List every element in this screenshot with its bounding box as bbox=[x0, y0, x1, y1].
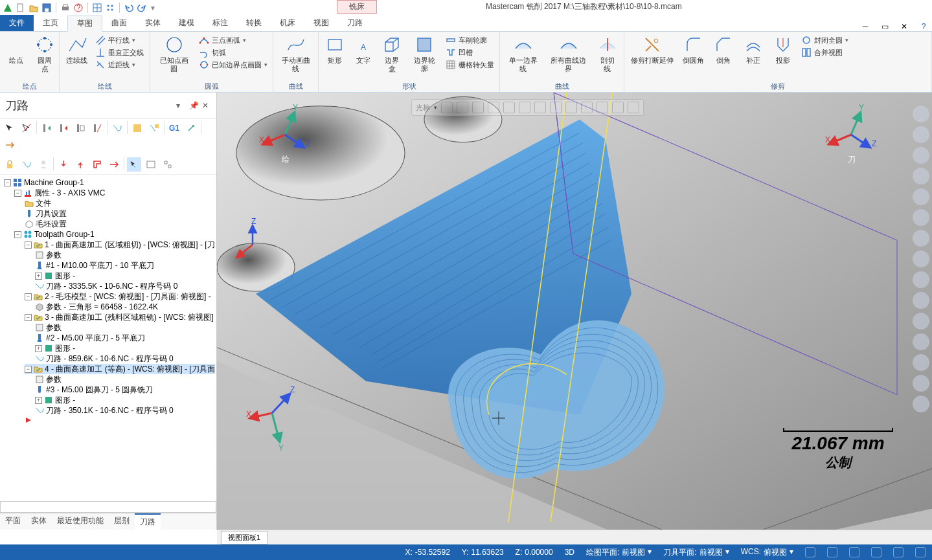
tree-op4-tool[interactable]: #3 - M5.00 圆鼻刀 - 5 圆鼻铣刀 bbox=[46, 385, 153, 395]
tree-op3-path[interactable]: 刀路 - 859.6K - 10-6.NC - 程序号码 0 bbox=[46, 353, 174, 364]
operations-tree[interactable]: −Machine Group-1 −属性 - 3 - AXIS VMC 文件 刀… bbox=[0, 175, 216, 501]
tree-toolpath-group[interactable]: Toolpath Group-1 bbox=[34, 229, 95, 240]
parallel-line-button[interactable]: 平行线▾ bbox=[93, 34, 146, 46]
vp-tb-icon[interactable] bbox=[597, 102, 608, 113]
text-button[interactable]: A文字 bbox=[350, 33, 377, 66]
vp-tb-icon[interactable] bbox=[503, 102, 515, 113]
tree-op-1[interactable]: 1 - 曲面高速加工 (区域粗切) - [WCS: 俯视图] - [刀 bbox=[45, 240, 215, 250]
tree-properties[interactable]: 属性 - 3 - AXIS VMC bbox=[34, 188, 105, 198]
vp-r-icon[interactable] bbox=[913, 168, 929, 185]
vp-r-icon[interactable] bbox=[913, 106, 929, 122]
vp-r-icon[interactable] bbox=[913, 230, 929, 247]
tb-g1-icon[interactable]: G1 bbox=[167, 121, 181, 135]
tree-op3-params[interactable]: 参数 bbox=[46, 322, 62, 333]
tb-ico-1[interactable] bbox=[40, 121, 54, 135]
tree-expander[interactable]: + bbox=[35, 273, 42, 280]
deselect-icon[interactable] bbox=[19, 121, 34, 135]
tree-tool-settings[interactable]: 刀具设置 bbox=[36, 208, 67, 219]
circle-center-button[interactable]: 已知点画圆 bbox=[153, 33, 195, 74]
tab-view[interactable]: 视图 bbox=[304, 15, 338, 31]
tb-ico-2[interactable] bbox=[56, 121, 71, 135]
window-close[interactable]: ✕ bbox=[898, 21, 910, 32]
tab-model[interactable]: 建模 bbox=[170, 15, 203, 31]
context-tab-mill[interactable]: 铣床 bbox=[337, 0, 377, 14]
merge-view-button[interactable]: 合并视图 bbox=[799, 47, 851, 58]
tree-op1-geom[interactable]: 图形 - bbox=[55, 271, 75, 281]
status-icon[interactable] bbox=[893, 547, 904, 557]
circle-point-button[interactable]: 圆周点 bbox=[31, 33, 58, 74]
tree-expander[interactable]: − bbox=[25, 241, 32, 249]
vp-r-icon[interactable] bbox=[913, 292, 929, 309]
vp-tb-icon[interactable] bbox=[519, 102, 530, 113]
file-tab[interactable]: 文件 bbox=[0, 15, 34, 31]
select-icon[interactable] bbox=[3, 121, 17, 135]
undo-icon[interactable] bbox=[124, 3, 134, 13]
vp-r-icon[interactable] bbox=[913, 209, 929, 226]
vp-r-icon[interactable] bbox=[913, 251, 929, 267]
tb-ico-5[interactable] bbox=[110, 121, 124, 135]
rectangle-button[interactable]: 矩形 bbox=[321, 33, 348, 66]
close-arc-button[interactable]: 封闭全圆▾ bbox=[799, 34, 851, 46]
ptab-toolpath[interactable]: 刀路 bbox=[135, 513, 161, 530]
tab-surface[interactable]: 曲面 bbox=[102, 15, 136, 31]
tb-ico-7[interactable] bbox=[147, 121, 161, 135]
tb-ico-9[interactable] bbox=[3, 138, 17, 152]
viewport-toolbar[interactable]: 光标▾ bbox=[411, 99, 644, 116]
tree-expander[interactable]: + bbox=[35, 345, 42, 352]
spline-button[interactable]: 手动画曲线 bbox=[276, 33, 315, 74]
tree-expander[interactable]: − bbox=[25, 293, 32, 300]
panel-input[interactable] bbox=[0, 501, 216, 513]
status-icon[interactable] bbox=[805, 547, 815, 557]
tangent-arc-button[interactable]: 切弧 bbox=[196, 47, 270, 58]
offset-button[interactable]: 补正 bbox=[739, 33, 767, 66]
new-icon[interactable] bbox=[16, 3, 26, 13]
ptab-solid[interactable]: 实体 bbox=[26, 513, 52, 530]
tb-ico-11[interactable] bbox=[36, 157, 51, 172]
status-icon[interactable] bbox=[827, 547, 837, 557]
status-tool-plane[interactable]: 刀具平面: 前视图 ▾ bbox=[663, 547, 729, 558]
help-icon[interactable]: ? bbox=[73, 3, 84, 13]
tb-ico-3[interactable] bbox=[73, 121, 87, 135]
tree-op4-params[interactable]: 参数 bbox=[46, 374, 62, 385]
grid-icon[interactable] bbox=[105, 3, 115, 13]
tab-transform[interactable]: 转换 bbox=[237, 15, 271, 31]
tree-op-3[interactable]: 3 - 曲面高速加工 (残料区域粗铣) - [WCS: 俯视图] bbox=[45, 312, 214, 322]
groove-button[interactable]: 凹槽 bbox=[443, 47, 497, 58]
vp-tb-icon[interactable] bbox=[488, 102, 499, 113]
all-edges-button[interactable]: 所有曲线边界 bbox=[545, 33, 592, 74]
tb-ico-12[interactable] bbox=[56, 157, 71, 172]
tree-expander[interactable]: + bbox=[35, 397, 42, 404]
vp-r-icon[interactable] bbox=[913, 333, 929, 350]
project-button[interactable]: 投影 bbox=[769, 33, 797, 66]
vp-tb-icon[interactable] bbox=[628, 102, 639, 113]
tb-ico-14[interactable] bbox=[90, 157, 104, 172]
tree-op1-path[interactable]: 刀路 - 3335.5K - 10-6.NC - 程序号码 0 bbox=[46, 281, 177, 291]
tb-ico-13[interactable] bbox=[73, 157, 87, 172]
print-icon[interactable] bbox=[60, 3, 71, 13]
panel-menu-icon[interactable]: ▾ bbox=[176, 101, 185, 110]
vp-r-icon[interactable] bbox=[913, 396, 929, 412]
ptab-plane[interactable]: 平面 bbox=[0, 513, 26, 530]
tree-op4-path[interactable]: 刀路 - 350.1K - 10-6.NC - 程序号码 0 bbox=[46, 405, 174, 416]
chamfer-button[interactable]: 倒角 bbox=[709, 33, 738, 66]
turn-profile-button[interactable]: 车削轮廓 bbox=[443, 34, 497, 46]
tree-op1-tool[interactable]: #1 - M10.00 平底刀 - 10 平底刀 bbox=[46, 260, 154, 271]
fillet-button[interactable]: 倒圆角 bbox=[679, 33, 708, 66]
tree-expander[interactable]: − bbox=[4, 179, 11, 186]
status-icon[interactable] bbox=[849, 547, 859, 557]
window-minimize[interactable]: ─ bbox=[859, 21, 871, 32]
ptab-level[interactable]: 层别 bbox=[109, 513, 135, 530]
status-icon[interactable] bbox=[915, 547, 926, 557]
single-edge-button[interactable]: 单一边界线 bbox=[503, 33, 543, 74]
status-icon[interactable] bbox=[871, 547, 881, 557]
vp-r-icon[interactable] bbox=[913, 147, 929, 164]
tree-expander[interactable]: − bbox=[14, 231, 21, 238]
tab-sketch[interactable]: 草图 bbox=[67, 16, 102, 32]
vp-tb-icon[interactable] bbox=[550, 102, 562, 113]
tree-op1-params[interactable]: 参数 bbox=[46, 250, 62, 260]
raster-vector-button[interactable]: 栅格转矢量 bbox=[443, 59, 497, 71]
tb-ico-17[interactable] bbox=[144, 157, 158, 172]
edge-circle-button[interactable]: 已知边界点画圆▾ bbox=[196, 59, 270, 71]
vp-tb-icon[interactable] bbox=[565, 102, 577, 113]
section-line-button[interactable]: 剖切线 bbox=[593, 33, 621, 74]
